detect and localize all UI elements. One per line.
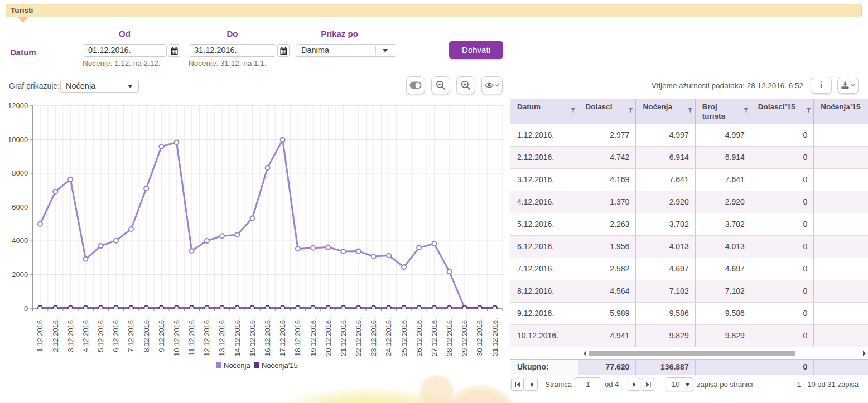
svg-text:11.12.2016.: 11.12.2016. xyxy=(187,318,196,356)
svg-text:16.12.2016.: 16.12.2016. xyxy=(263,318,272,356)
svg-text:Noćenja'15: Noćenja'15 xyxy=(262,361,298,370)
svg-text:27.12.2016.: 27.12.2016. xyxy=(430,318,438,356)
svg-text:9.12.2016.: 9.12.2016. xyxy=(157,318,166,352)
svg-text:7.12.2016.: 7.12.2016. xyxy=(127,318,135,352)
svg-text:20.12.2016.: 20.12.2016. xyxy=(324,318,332,356)
svg-text:6.12.2016.: 6.12.2016. xyxy=(112,318,120,352)
svg-text:5.12.2016.: 5.12.2016. xyxy=(97,318,105,352)
svg-text:10000: 10000 xyxy=(8,135,28,144)
svg-text:15.12.2016.: 15.12.2016. xyxy=(248,318,257,356)
svg-text:12000: 12000 xyxy=(8,101,28,110)
svg-text:4.12.2016.: 4.12.2016. xyxy=(81,318,90,352)
svg-text:18.12.2016.: 18.12.2016. xyxy=(293,318,302,356)
svg-text:1.12.2016.: 1.12.2016. xyxy=(36,318,44,352)
svg-text:6000: 6000 xyxy=(12,203,28,211)
svg-text:8.12.2016.: 8.12.2016. xyxy=(142,318,151,352)
svg-text:10.12.2016.: 10.12.2016. xyxy=(172,318,181,356)
svg-text:17.12.2016.: 17.12.2016. xyxy=(278,318,287,356)
svg-text:0: 0 xyxy=(24,304,28,313)
svg-text:26.12.2016.: 26.12.2016. xyxy=(415,318,423,356)
svg-text:2.12.2016.: 2.12.2016. xyxy=(51,318,60,352)
svg-text:24.12.2016.: 24.12.2016. xyxy=(384,318,393,356)
svg-text:28.12.2016.: 28.12.2016. xyxy=(445,318,454,356)
svg-text:29.12.2016.: 29.12.2016. xyxy=(460,318,469,356)
svg-text:25.12.2016.: 25.12.2016. xyxy=(400,318,408,356)
svg-text:19.12.2016.: 19.12.2016. xyxy=(309,318,317,356)
svg-text:8000: 8000 xyxy=(12,169,28,177)
svg-text:12.12.2016.: 12.12.2016. xyxy=(202,318,211,356)
svg-text:23.12.2016.: 23.12.2016. xyxy=(369,318,378,356)
svg-text:14.12.2016.: 14.12.2016. xyxy=(233,318,242,356)
svg-text:4000: 4000 xyxy=(12,236,28,245)
svg-text:13.12.2016.: 13.12.2016. xyxy=(218,318,226,356)
svg-text:30.12.2016.: 30.12.2016. xyxy=(475,318,484,356)
svg-text:2000: 2000 xyxy=(12,270,28,279)
svg-text:22.12.2016.: 22.12.2016. xyxy=(354,318,363,356)
svg-text:3.12.2016.: 3.12.2016. xyxy=(66,318,75,352)
svg-text:Noćenja: Noćenja xyxy=(224,361,250,370)
svg-text:21.12.2016.: 21.12.2016. xyxy=(339,318,348,356)
svg-text:31.12.2016.: 31.12.2016. xyxy=(491,318,499,356)
